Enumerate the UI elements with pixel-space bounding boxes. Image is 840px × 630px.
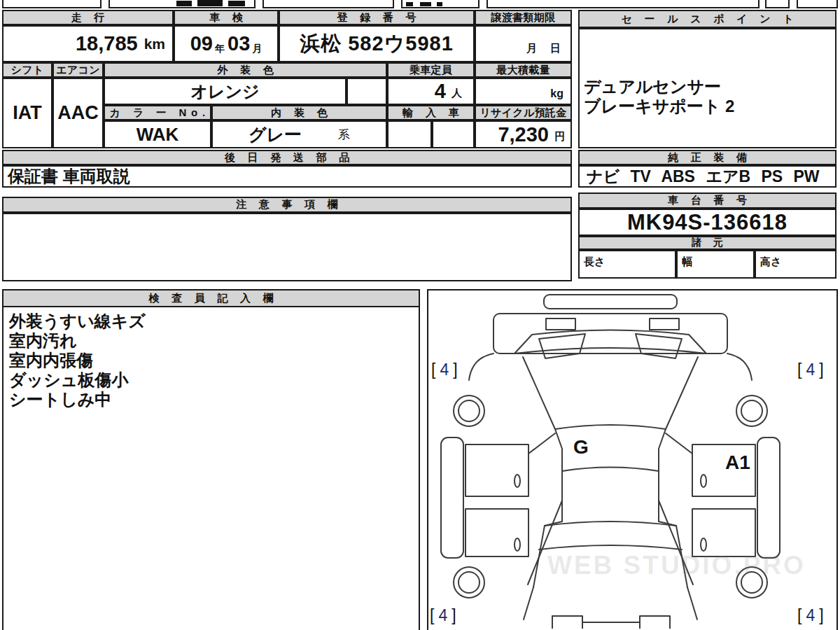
exterior-color-value: オレンジ — [104, 78, 346, 105]
cautions-header: 注 意 事 項 欄 — [2, 197, 572, 213]
exterior-grade-label: G — [573, 436, 589, 458]
specs-header: 諸 元 — [578, 236, 836, 250]
spec-height-label: 高さ — [760, 255, 781, 269]
inspector-note-line: 室内汚れ — [9, 331, 146, 351]
recycle-deposit-value: 7,230 — [498, 123, 549, 146]
recycle-deposit-header: リサイクル預託金 — [475, 105, 572, 120]
cutoff-cell — [765, 0, 790, 8]
later-shipping-header: 後 日 発 送 部 品 — [2, 150, 572, 165]
shift-header: シフト — [2, 62, 52, 78]
sales-point-line: ブレーキサポート 2 — [584, 97, 734, 116]
car-front-section — [469, 295, 752, 380]
cutoff-cell — [2, 0, 102, 8]
cautions-body — [2, 213, 572, 281]
inspector-note-line: シートしみ中 — [9, 390, 146, 410]
import-blank-1 — [387, 120, 432, 148]
inspector-notes-header: 検 査 員 記 入 欄 — [4, 290, 419, 307]
auction-sheet: 走 行 車 検 登 録 番 号 譲渡書類期限 18,785 km 09 年 03… — [0, 0, 840, 630]
color-no-header: カ ラ ー No. — [104, 105, 211, 120]
color-no-value: WAK — [104, 120, 211, 148]
mileage-header: 走 行 — [2, 10, 174, 25]
tire-grade-rear-right: [4] — [797, 606, 828, 625]
max-load-header: 最大積載量 — [475, 62, 572, 78]
car-roof-cabin — [523, 357, 698, 526]
exterior-color-header: 外 装 色 — [104, 62, 387, 78]
capacity-value-cell: 4 人 — [387, 78, 475, 105]
car-left-side — [441, 396, 555, 598]
aircon-header: エアコン — [52, 62, 104, 78]
max-load-cell: kg — [475, 78, 572, 105]
recycle-deposit-unit: 円 — [554, 130, 565, 147]
capacity-value: 4 — [435, 80, 446, 103]
shift-value: IAT — [2, 78, 52, 148]
interior-color-header: 内 装 色 — [211, 105, 387, 120]
exterior-color-blank — [346, 78, 387, 105]
inspector-notes-panel: 検 査 員 記 入 欄 外装うすい線キズ 室内汚れ 室内内張傷 ダッシュ板傷小 … — [2, 289, 420, 630]
deadline-day-label: 日 — [550, 42, 561, 55]
chassis-number-header: 車 台 番 号 — [578, 192, 836, 209]
transfer-deadline-header: 譲渡書類期限 — [475, 10, 572, 25]
shaken-month-unit: 月 — [252, 43, 262, 55]
tire-grade-front-right: [4] — [797, 360, 828, 379]
capacity-unit: 人 — [451, 87, 462, 104]
deadline-month-label: 月 — [526, 42, 537, 55]
aircon-value: AAC — [52, 78, 104, 148]
mileage-value: 18,785 — [76, 32, 138, 55]
shaken-year-unit: 年 — [215, 43, 225, 55]
spec-width-cell: 幅 — [676, 250, 755, 279]
tire-grade-rear-left: [4] — [430, 606, 461, 625]
genuine-equipment-value: ナビ TV ABS エアB PS PW — [578, 165, 836, 188]
sales-point-body: デュアルセンサー ブレーキサポート 2 — [578, 28, 836, 148]
registration-header: 登 録 番 号 — [279, 10, 475, 25]
watermark: WEB STUDIO.PRO — [547, 551, 806, 580]
sales-point-line: デュアルセンサー — [584, 77, 734, 97]
shaken-year: 09 — [190, 32, 213, 55]
shaken-header: 車 検 — [174, 10, 279, 25]
shaken-value-cell: 09 年 03 月 — [174, 25, 279, 62]
sales-point-header: セ ー ル ス ポ イ ン ト — [578, 10, 836, 28]
cutoff-cell — [486, 0, 760, 8]
interior-color-suffix: 系 — [338, 127, 350, 143]
later-shipping-value: 保証書 車両取説 — [2, 165, 572, 188]
tire-grade-front-left: [4] — [431, 360, 462, 379]
import-blank-2 — [432, 120, 475, 148]
registration-value: 浜松 582ウ5981 — [279, 25, 475, 62]
shaken-month: 03 — [227, 32, 250, 55]
spec-height-cell: 高さ — [755, 250, 836, 279]
interior-color-cell: グレー 系 — [211, 120, 387, 148]
capacity-header: 乗車定員 — [387, 62, 475, 78]
mileage-unit: km — [144, 36, 165, 52]
mileage-value-cell: 18,785 km — [2, 25, 174, 62]
cutoff-cell — [262, 0, 394, 8]
cutoff-cell — [797, 0, 838, 8]
chassis-number-value: MK94S-136618 — [578, 209, 836, 236]
spec-width-label: 幅 — [682, 255, 692, 269]
recycle-deposit-cell: 7,230 円 — [475, 120, 572, 148]
interior-grade-label: A1 — [725, 451, 750, 474]
inspector-note-line: 外装うすい線キズ — [9, 312, 146, 331]
spec-length-cell: 長さ — [578, 250, 676, 279]
car-diagram-panel: WEB STUDIO.PRO [4] [4] [4] [4] G A1 — [427, 289, 838, 630]
inspector-note-line: ダッシュ板傷小 — [9, 370, 146, 390]
interior-color-value: グレー — [248, 123, 302, 146]
max-load-unit: kg — [550, 88, 564, 104]
spec-length-label: 長さ — [584, 255, 605, 269]
genuine-equipment-header: 純 正 装 備 — [578, 150, 836, 165]
inspector-note-line: 室内内張傷 — [9, 351, 146, 370]
transfer-deadline-cell: 月 日 — [475, 25, 572, 62]
import-header: 輸 入 車 — [387, 105, 475, 120]
